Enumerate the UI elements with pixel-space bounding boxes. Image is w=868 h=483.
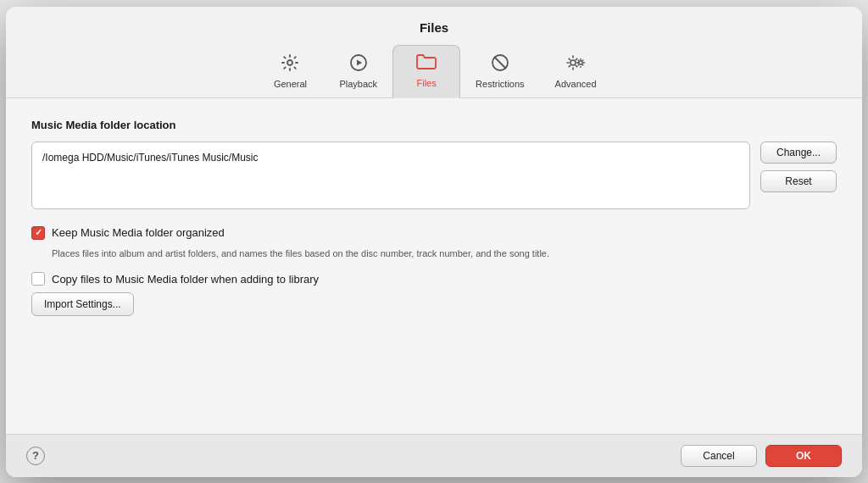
reset-button[interactable]: Reset bbox=[760, 170, 837, 192]
dialog-footer: ? Cancel OK bbox=[6, 434, 862, 477]
dialog-title: Files bbox=[420, 20, 448, 35]
tab-playback-label: Playback bbox=[339, 79, 377, 89]
files-dialog: Files General bbox=[6, 7, 862, 477]
footer-actions: Cancel OK bbox=[681, 445, 842, 467]
tab-bar: General Playback File bbox=[239, 45, 628, 97]
tab-general[interactable]: General bbox=[256, 47, 324, 97]
tab-files[interactable]: Files bbox=[392, 45, 460, 98]
copy-files-checkbox-wrapper[interactable]: Copy files to Music Media folder when ad… bbox=[31, 272, 319, 286]
advanced-gear-icon bbox=[565, 53, 587, 75]
folder-buttons: Change... Reset bbox=[760, 142, 837, 192]
import-settings-button[interactable]: Import Settings... bbox=[31, 292, 134, 316]
tab-playback[interactable]: Playback bbox=[324, 47, 392, 97]
play-icon bbox=[349, 53, 368, 75]
copy-files-label: Copy files to Music Media folder when ad… bbox=[52, 273, 319, 286]
keep-organized-checkbox[interactable] bbox=[31, 226, 45, 240]
folder-location-row: /Iomega HDD/Music/iTunes/iTunes Music/Mu… bbox=[31, 142, 837, 209]
svg-point-0 bbox=[287, 60, 292, 65]
gear-icon bbox=[281, 53, 299, 75]
help-button[interactable]: ? bbox=[26, 447, 45, 465]
tab-general-label: General bbox=[274, 79, 307, 89]
dialog-body: Music Media folder location /Iomega HDD/… bbox=[6, 98, 862, 434]
svg-point-5 bbox=[570, 60, 576, 65]
cancel-button[interactable]: Cancel bbox=[681, 445, 757, 467]
keep-organized-description: Places files into album and artist folde… bbox=[52, 247, 747, 261]
dialog-header: Files General bbox=[6, 7, 862, 98]
svg-point-6 bbox=[579, 60, 582, 64]
keep-organized-row: Keep Music Media folder organized bbox=[31, 226, 837, 240]
folder-path-display: /Iomega HDD/Music/iTunes/iTunes Music/Mu… bbox=[31, 142, 750, 209]
keep-organized-label: Keep Music Media folder organized bbox=[52, 226, 225, 239]
change-button[interactable]: Change... bbox=[760, 142, 837, 164]
restrict-icon bbox=[491, 53, 509, 75]
svg-marker-2 bbox=[357, 59, 362, 65]
ok-button[interactable]: OK bbox=[765, 445, 842, 467]
copy-files-row: Copy files to Music Media folder when ad… bbox=[31, 272, 837, 286]
tab-advanced-label: Advanced bbox=[555, 79, 597, 89]
keep-organized-checkbox-wrapper[interactable]: Keep Music Media folder organized bbox=[31, 226, 225, 240]
tab-restrictions[interactable]: Restrictions bbox=[460, 47, 539, 97]
tab-files-label: Files bbox=[416, 78, 436, 88]
folder-icon bbox=[415, 53, 437, 75]
svg-line-4 bbox=[494, 57, 506, 69]
copy-files-checkbox[interactable] bbox=[31, 272, 45, 286]
tab-advanced[interactable]: Advanced bbox=[540, 47, 612, 97]
section-title: Music Media folder location bbox=[31, 119, 837, 131]
tab-restrictions-label: Restrictions bbox=[476, 79, 524, 89]
